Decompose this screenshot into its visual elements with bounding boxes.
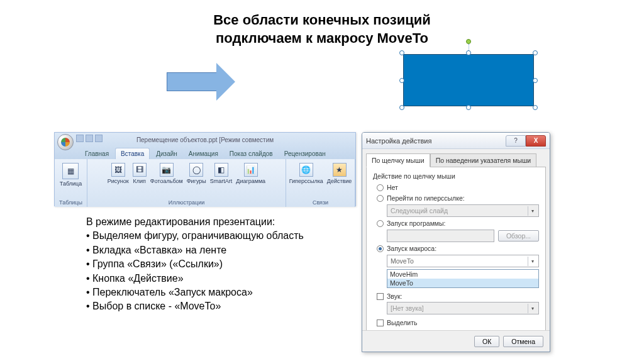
tab-insert[interactable]: Вставка [115, 148, 150, 159]
hyperlink-button[interactable]: 🌐 Гиперссылка [289, 163, 323, 184]
tab-design[interactable]: Дизайн [151, 148, 182, 159]
action-icon: ★ [333, 163, 347, 177]
resize-handle[interactable] [466, 50, 471, 55]
clip-button[interactable]: 🎞 Клип [133, 163, 147, 184]
tab-review[interactable]: Рецензирован [279, 148, 331, 159]
rotate-handle[interactable] [466, 39, 471, 44]
hyperlink-combo: Следующий слайд ▾ [387, 204, 539, 217]
resize-handle[interactable] [399, 105, 404, 110]
list-item[interactable]: MoveHim [387, 270, 538, 279]
smartart-button[interactable]: ◧ SmartArt [210, 163, 233, 184]
tab-on-hover[interactable]: По наведении указателя мыши [430, 153, 537, 167]
action-settings-dialog: Настройка действия ? X По щелчку мыши По… [362, 132, 550, 352]
group-label-illustrations: Иллюстрации [169, 199, 205, 206]
cancel-button[interactable]: Отмена [503, 336, 543, 347]
shapes-icon: ◯ [189, 163, 203, 177]
close-button[interactable]: X [526, 135, 546, 147]
instruction-item: • Вкладка «Вставка» на ленте [86, 243, 304, 257]
table-icon: ▦ [62, 163, 79, 179]
chevron-down-icon: ▾ [528, 206, 537, 216]
resize-handle[interactable] [533, 105, 538, 110]
selected-shape[interactable] [399, 50, 538, 110]
program-path-input [387, 230, 494, 242]
browse-button[interactable]: Обзор... [498, 230, 539, 242]
macro-listbox[interactable]: MoveHim MoveTo [387, 269, 539, 288]
action-button[interactable]: ★ Действие [327, 163, 352, 184]
tab-animation[interactable]: Анимация [184, 148, 223, 159]
sound-combo: [Нет звука] ▾ [387, 302, 539, 314]
shapes-button[interactable]: ◯ Фигуры [187, 163, 206, 184]
title-line-2: подключаем к макросу MoveTo [0, 30, 644, 48]
checkbox-highlight[interactable]: Выделить [373, 319, 539, 326]
table-button[interactable]: ▦ Таблица [60, 163, 82, 187]
title-line-1: Все области конечных позиций [0, 11, 644, 30]
picture-button[interactable]: 🖼 Рисунок [108, 163, 129, 184]
chart-button[interactable]: 📊 Диаграмма [236, 163, 265, 184]
tab-home[interactable]: Главная [80, 148, 114, 159]
quick-access-toolbar[interactable] [76, 135, 103, 142]
action-group-label: Действие по щелчку мыши [373, 172, 539, 180]
ok-button[interactable]: ОК [474, 336, 499, 347]
resize-handle[interactable] [533, 50, 538, 55]
smartart-icon: ◧ [214, 163, 228, 177]
resize-handle[interactable] [399, 50, 404, 55]
group-label-links: Связи [313, 199, 328, 206]
help-button[interactable]: ? [506, 135, 526, 147]
checkbox-sound[interactable]: Звук: [373, 292, 539, 300]
chart-icon: 📊 [244, 163, 258, 177]
list-item[interactable]: MoveTo [387, 279, 538, 287]
arrow-right-icon [167, 63, 235, 101]
macro-combo[interactable]: MoveTo ▾ [387, 255, 539, 267]
group-label-tables: Таблицы [59, 199, 82, 206]
instruction-item: • Выделяем фигуру, ограничивающую област… [86, 229, 304, 243]
slide-title: Все области конечных позиций подключаем … [0, 11, 644, 47]
chevron-down-icon[interactable]: ▾ [528, 257, 537, 266]
instruction-item: • Выбор в списке - «MoveTo» [86, 299, 304, 313]
radio-program[interactable]: Запуск программы: [373, 219, 539, 228]
office-button[interactable] [57, 134, 74, 150]
instruction-item: • Кнопка «Действие» [86, 272, 304, 286]
chevron-down-icon: ▾ [528, 304, 537, 313]
radio-hyperlink[interactable]: Перейти по гиперссылке: [373, 194, 539, 203]
tab-on-click[interactable]: По щелчку мыши [366, 153, 430, 167]
resize-handle[interactable] [466, 105, 471, 110]
photoalbum-button[interactable]: 📷 Фотоальбом [150, 163, 183, 184]
resize-handle[interactable] [533, 78, 538, 83]
ribbon-tabs: Главная Вставка Дизайн Анимация Показ сл… [55, 147, 355, 159]
album-icon: 📷 [160, 163, 174, 177]
radio-none[interactable]: Нет [373, 183, 539, 192]
instruction-item: • Группа «Связи» («Ссылки») [86, 257, 304, 271]
ribbon: Перемещение объектов.ppt [Режим совмести… [54, 132, 356, 206]
radio-macro[interactable]: Запуск макроса: [373, 244, 539, 253]
picture-icon: 🖼 [111, 163, 125, 177]
tab-slideshow[interactable]: Показ слайдов [225, 148, 278, 159]
instruction-item: • Переключатель «Запуск макроса» [86, 286, 304, 299]
resize-handle[interactable] [399, 78, 404, 83]
instructions: В режиме редактирования презентации: • В… [86, 215, 304, 314]
clip-icon: 🎞 [133, 163, 147, 177]
dialog-title: Настройка действия [366, 137, 431, 145]
hyperlink-icon: 🌐 [299, 163, 313, 177]
instructions-intro: В режиме редактирования презентации: [86, 215, 304, 229]
document-title: Перемещение объектов.ppt [Режим совмести… [136, 136, 274, 143]
